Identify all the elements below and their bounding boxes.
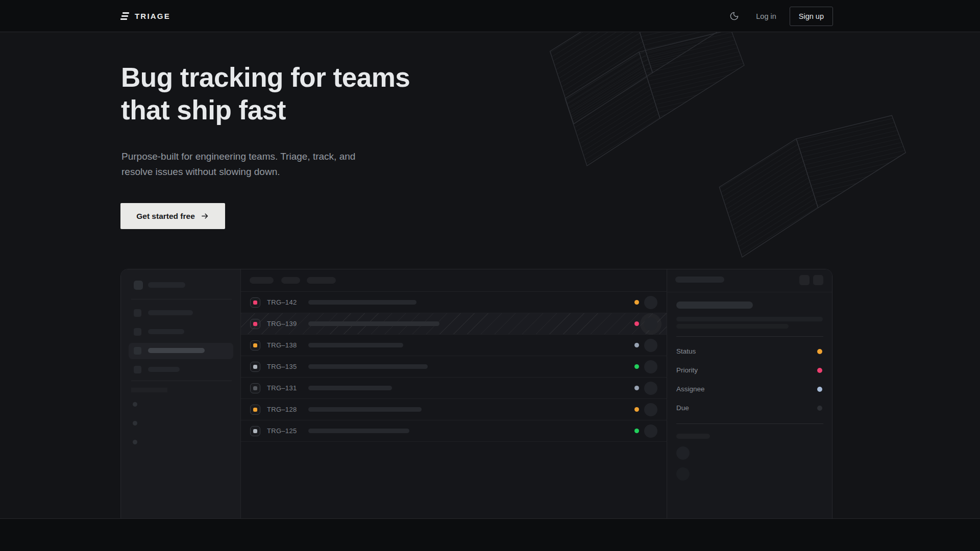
brand-name: TRIAGE bbox=[135, 12, 170, 20]
detail-actions bbox=[799, 275, 823, 285]
detail-action-button[interactable] bbox=[813, 275, 823, 285]
filter-pill[interactable] bbox=[307, 277, 336, 284]
detail-divider bbox=[676, 336, 823, 337]
priority-icon bbox=[250, 297, 260, 308]
issue-id: TRG–138 bbox=[267, 341, 301, 349]
triage-logo-icon bbox=[120, 12, 129, 20]
sidebar-item-placeholder[interactable] bbox=[148, 310, 193, 315]
field-label: Status bbox=[676, 347, 696, 355]
issue-id: TRG–131 bbox=[267, 384, 301, 392]
assignee-avatar bbox=[644, 403, 657, 416]
filter-pill[interactable] bbox=[281, 277, 300, 284]
status-dot bbox=[634, 386, 639, 390]
sidebar-active-item-placeholder[interactable] bbox=[148, 348, 205, 353]
sidebar-bullet bbox=[133, 421, 137, 425]
issue-title-placeholder bbox=[308, 343, 403, 347]
sidebar-bullet bbox=[133, 440, 137, 444]
get-started-label: Get started free bbox=[136, 212, 195, 221]
due-value-dot bbox=[817, 406, 822, 411]
comment-avatar bbox=[676, 446, 690, 460]
workspace-name-placeholder bbox=[148, 282, 185, 288]
issue-id: TRG–142 bbox=[267, 298, 301, 306]
sidebar-section-label-placeholder bbox=[131, 388, 167, 392]
priority-icon bbox=[250, 362, 260, 372]
sidebar-item-placeholder[interactable] bbox=[148, 329, 184, 334]
issue-list-toolbar bbox=[241, 269, 667, 292]
detail-field-assignee[interactable]: Assignee bbox=[667, 380, 832, 398]
page-title-line2: that ship fast bbox=[121, 94, 410, 127]
assignee-value-dot bbox=[817, 387, 822, 392]
detail-field-status[interactable]: Status bbox=[667, 342, 832, 361]
workspace-icon bbox=[134, 281, 143, 290]
status-value-dot bbox=[817, 349, 822, 354]
priority-icon bbox=[250, 383, 260, 393]
status-dot bbox=[634, 343, 639, 347]
sidebar-item-icon bbox=[134, 309, 141, 317]
issue-title-placeholder bbox=[308, 364, 428, 369]
issue-id: TRG–139 bbox=[267, 320, 301, 328]
issue-row[interactable]: TRG–131 bbox=[241, 378, 667, 399]
signup-button[interactable]: Sign up bbox=[790, 7, 833, 26]
issue-detail-panel: Status Priority Assignee Due bbox=[667, 269, 832, 518]
issue-title-placeholder bbox=[308, 386, 392, 390]
issue-id: TRG–128 bbox=[267, 406, 301, 413]
brand-logo[interactable]: TRIAGE bbox=[120, 0, 170, 32]
detail-field-due[interactable]: Due bbox=[667, 398, 832, 417]
issue-row-selected[interactable]: TRG–139 bbox=[241, 313, 667, 335]
landing-page: TRIAGE Log in Sign up Bug tracking for t… bbox=[0, 0, 980, 551]
sidebar-item-icon bbox=[134, 347, 141, 355]
page-title: Bug tracking for teams that ship fast bbox=[121, 61, 410, 127]
footer-band bbox=[0, 518, 980, 551]
product-mockup: TRG–142 TRG–139 TRG–138 TRG–135 bbox=[120, 269, 832, 519]
issue-row[interactable]: TRG–135 bbox=[241, 356, 667, 378]
mockup-sidebar bbox=[121, 269, 241, 518]
detail-divider bbox=[667, 292, 832, 292]
arrow-right-icon bbox=[201, 212, 209, 220]
field-label: Due bbox=[676, 404, 689, 412]
detail-action-button[interactable] bbox=[799, 275, 810, 285]
issue-row[interactable]: TRG–125 bbox=[241, 420, 667, 442]
filter-pill[interactable] bbox=[250, 277, 274, 284]
status-dot bbox=[634, 364, 639, 369]
status-dot bbox=[634, 300, 639, 305]
assignee-avatar bbox=[644, 424, 657, 438]
hero-subtitle: Purpose-built for engineering teams. Tri… bbox=[121, 149, 366, 180]
moon-icon bbox=[729, 11, 739, 21]
issue-id: TRG–135 bbox=[267, 363, 301, 370]
login-link[interactable]: Log in bbox=[756, 12, 776, 20]
priority-value-dot bbox=[817, 368, 822, 373]
detail-description-placeholder bbox=[676, 317, 823, 321]
page-title-line1: Bug tracking for teams bbox=[121, 61, 410, 94]
sidebar-item-icon bbox=[134, 366, 141, 373]
assignee-avatar bbox=[644, 360, 657, 373]
detail-field-priority[interactable]: Priority bbox=[667, 361, 832, 380]
status-dot bbox=[634, 429, 639, 433]
detail-divider bbox=[676, 423, 823, 424]
theme-toggle-button[interactable] bbox=[725, 8, 743, 25]
sidebar-item-icon bbox=[134, 328, 141, 336]
detail-title-placeholder bbox=[676, 302, 753, 309]
top-navigation: TRIAGE Log in Sign up bbox=[0, 0, 980, 32]
issue-title-placeholder bbox=[308, 321, 439, 326]
sidebar-item-placeholder[interactable] bbox=[148, 367, 180, 372]
get-started-button[interactable]: Get started free bbox=[120, 203, 225, 229]
issue-title-placeholder bbox=[308, 429, 409, 433]
assignee-avatar bbox=[644, 382, 657, 395]
sidebar-divider bbox=[131, 299, 232, 299]
assignee-avatar bbox=[644, 339, 657, 352]
sidebar-bullet bbox=[133, 402, 137, 407]
issue-title-placeholder bbox=[308, 300, 416, 305]
assignee-avatar bbox=[644, 296, 657, 309]
comments-label-placeholder bbox=[676, 434, 710, 439]
nav-actions: Log in Sign up bbox=[725, 0, 833, 32]
issue-row[interactable]: TRG–138 bbox=[241, 335, 667, 356]
priority-icon bbox=[250, 426, 260, 436]
sidebar-divider bbox=[131, 381, 232, 381]
field-label: Priority bbox=[676, 366, 698, 374]
issue-id: TRG–125 bbox=[267, 427, 301, 435]
issue-row[interactable]: TRG–128 bbox=[241, 399, 667, 420]
status-dot bbox=[634, 407, 639, 412]
status-dot bbox=[634, 321, 639, 326]
issue-row[interactable]: TRG–142 bbox=[241, 292, 667, 313]
priority-icon bbox=[250, 319, 260, 329]
